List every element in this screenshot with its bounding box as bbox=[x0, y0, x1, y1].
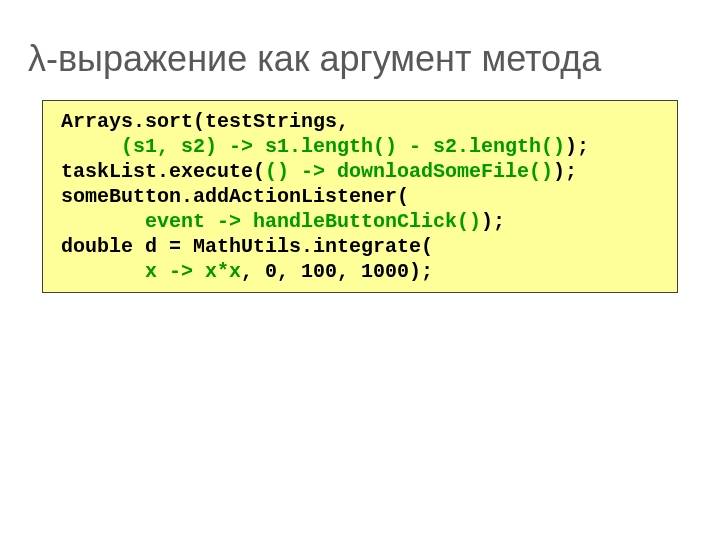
code-line: Arrays.sort(testStrings, bbox=[49, 110, 349, 133]
lambda-expression: x -> x*x bbox=[145, 260, 241, 283]
code-line: double d = MathUtils.integrate( bbox=[49, 235, 433, 258]
code-indent bbox=[49, 210, 145, 233]
slide-title: λ-выражение как аргумент метода bbox=[28, 38, 601, 80]
code-indent bbox=[49, 135, 121, 158]
code-line: someButton.addActionListener( bbox=[49, 185, 409, 208]
code-text: , 0, 100, 1000); bbox=[241, 260, 433, 283]
code-indent bbox=[49, 260, 145, 283]
code-text: ); bbox=[553, 160, 577, 183]
code-text: ); bbox=[565, 135, 589, 158]
code-text: ); bbox=[481, 210, 505, 233]
code-block: Arrays.sort(testStrings, (s1, s2) -> s1.… bbox=[42, 100, 678, 293]
lambda-expression: (s1, s2) -> s1.length() - s2.length() bbox=[121, 135, 565, 158]
lambda-expression: event -> handleButtonClick() bbox=[145, 210, 481, 233]
slide: λ-выражение как аргумент метода Arrays.s… bbox=[0, 0, 720, 540]
lambda-expression: () -> downloadSomeFile() bbox=[265, 160, 553, 183]
code-text: taskList.execute( bbox=[49, 160, 265, 183]
